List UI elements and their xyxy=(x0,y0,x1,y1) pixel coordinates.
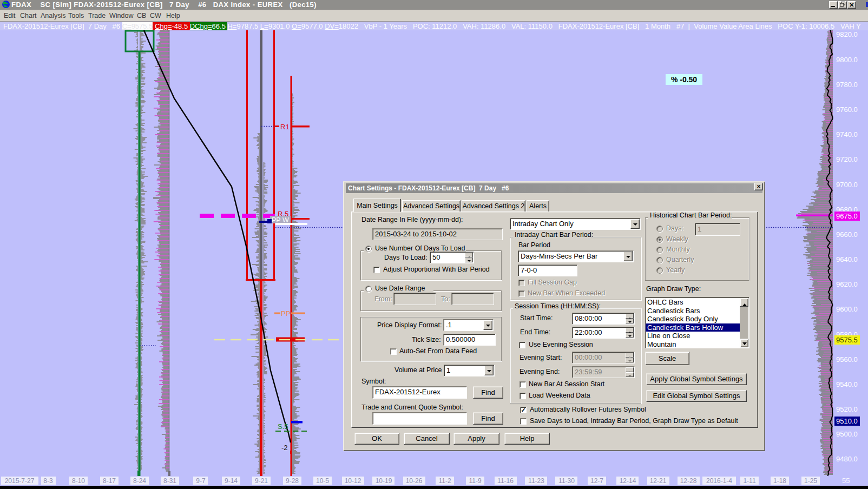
svg-text:-2: -2 xyxy=(281,444,288,452)
svg-text:9800.0: 9800.0 xyxy=(836,56,858,64)
svg-text:9660.0: 9660.0 xyxy=(836,230,858,239)
svg-text:1-25: 1-25 xyxy=(804,477,817,485)
svg-text:9480.0: 9480.0 xyxy=(836,455,858,463)
svg-text:9760.0: 9760.0 xyxy=(836,105,858,114)
svg-text:11-2: 11-2 xyxy=(438,477,451,485)
svg-text:1-11: 1-11 xyxy=(743,477,755,485)
svg-text:8-31: 8-31 xyxy=(163,477,176,485)
svg-text:9600.0: 9600.0 xyxy=(836,305,858,313)
svg-text:9575.5: 9575.5 xyxy=(836,336,858,344)
svg-text:11-30: 11-30 xyxy=(558,477,575,485)
svg-text:11-9: 11-9 xyxy=(469,477,481,485)
svg-text:55: 55 xyxy=(842,477,850,485)
svg-text:8-3: 8-3 xyxy=(43,477,53,485)
svg-text:2015-7-27: 2015-7-27 xyxy=(5,477,35,485)
svg-text:S.5: S.5 xyxy=(278,422,288,431)
svg-text:9-21: 9-21 xyxy=(255,477,268,485)
svg-text:9640.0: 9640.0 xyxy=(836,255,858,263)
svg-text:PP W: PP W xyxy=(272,216,289,224)
svg-text:9-28: 9-28 xyxy=(286,477,299,485)
svg-text:10-12: 10-12 xyxy=(345,477,361,485)
svg-text:9820.0: 9820.0 xyxy=(836,30,858,38)
svg-text:9720.0: 9720.0 xyxy=(836,155,858,163)
svg-text:R1: R1 xyxy=(280,123,290,131)
svg-text:12-14: 12-14 xyxy=(620,477,636,485)
svg-text:9675.0: 9675.0 xyxy=(836,212,858,220)
svg-text:10-5: 10-5 xyxy=(316,477,329,485)
svg-text:9-7: 9-7 xyxy=(196,477,206,485)
svg-text:9500.0: 9500.0 xyxy=(836,430,858,438)
svg-text:12-21: 12-21 xyxy=(650,477,667,485)
svg-text:1-18: 1-18 xyxy=(773,477,786,485)
svg-text:8-17: 8-17 xyxy=(103,477,116,485)
svg-text:9560.0: 9560.0 xyxy=(836,355,858,364)
svg-text:8-24: 8-24 xyxy=(133,477,146,485)
svg-text:10-19: 10-19 xyxy=(376,477,392,485)
svg-text:9-14: 9-14 xyxy=(225,477,238,485)
svg-text:9740.0: 9740.0 xyxy=(836,130,858,138)
svg-text:11-16: 11-16 xyxy=(497,477,514,485)
svg-text:11-23: 11-23 xyxy=(528,477,544,485)
svg-text:9700.0: 9700.0 xyxy=(836,181,858,189)
svg-text:10-26: 10-26 xyxy=(406,477,423,485)
svg-text:PP: PP xyxy=(281,309,290,318)
svg-text:9780.0: 9780.0 xyxy=(836,81,858,89)
svg-text:2016-1-4: 2016-1-4 xyxy=(706,477,732,485)
svg-text:9620.0: 9620.0 xyxy=(836,280,858,288)
svg-text:12-28: 12-28 xyxy=(680,477,697,485)
svg-text:8-10: 8-10 xyxy=(72,477,85,485)
svg-text:9540.0: 9540.0 xyxy=(836,380,858,388)
svg-text:9520.0: 9520.0 xyxy=(836,405,858,413)
svg-text:9510.0: 9510.0 xyxy=(836,417,858,425)
svg-text:12-7: 12-7 xyxy=(590,477,603,485)
